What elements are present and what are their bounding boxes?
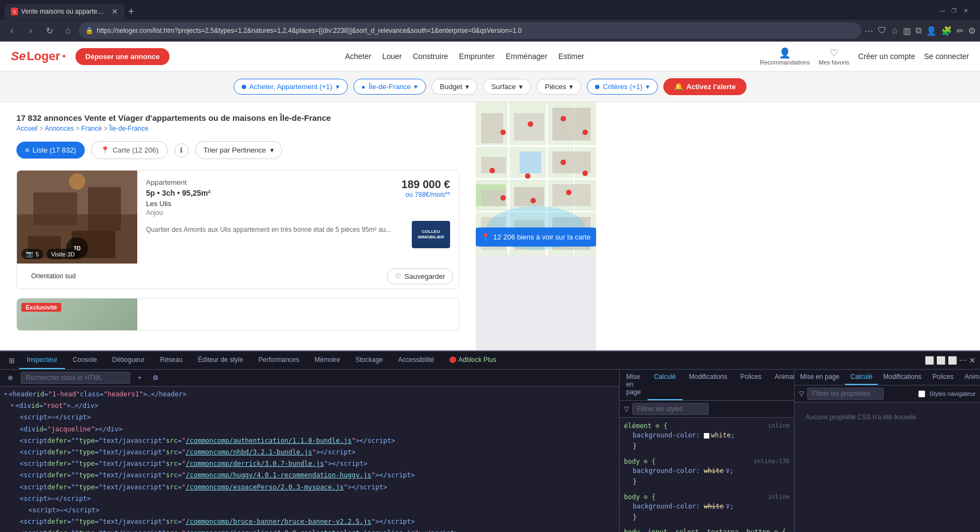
html-line[interactable]: <script>=</script> bbox=[2, 505, 617, 516]
save-btn[interactable]: ♡ Sauvegarder bbox=[387, 268, 453, 284]
new-tab-btn[interactable]: + bbox=[128, 5, 135, 18]
reload-btn[interactable]: ↻ bbox=[42, 23, 57, 38]
nav-acheter[interactable]: Acheter bbox=[345, 52, 371, 61]
breadcrumb-idf[interactable]: Île-de-France bbox=[109, 125, 148, 132]
listing-right: 189 000 € ou 788€/mois** bbox=[401, 178, 450, 198]
extensions-btn[interactable]: ⋯ bbox=[865, 26, 873, 36]
maximize-btn[interactable]: ❐ bbox=[952, 8, 959, 15]
mise-en-page-tab[interactable]: Mise en page bbox=[620, 370, 648, 400]
address-bar[interactable]: 🔒 https://seloger.com/list.htm?projects=… bbox=[79, 22, 861, 39]
dock-bottom-btn[interactable]: ⬜ bbox=[936, 356, 946, 365]
breadcrumb-france[interactable]: France bbox=[81, 125, 102, 132]
devtools-tab-editeur[interactable]: Éditeur de style bbox=[190, 352, 251, 369]
pick-element-btn[interactable]: ⊕ bbox=[4, 373, 16, 383]
computed-search-input[interactable] bbox=[807, 388, 884, 400]
shield-icon[interactable]: 🛡 bbox=[878, 26, 886, 36]
deposit-announcement-btn[interactable]: Déposer une annonce bbox=[75, 48, 170, 65]
html-line[interactable]: <script defer="" type="text/javascript" … bbox=[2, 516, 617, 528]
html-line[interactable]: <script defer="" type="text/javascript" … bbox=[2, 458, 617, 470]
devtools-tab-reseau[interactable]: Réseau bbox=[152, 352, 190, 369]
active-tab[interactable]: S Vente maisons ou appartemen... ✕ bbox=[4, 4, 125, 19]
toggle-icon[interactable]: ▸ bbox=[11, 401, 14, 410]
computed-calcule-tab[interactable]: Calculé bbox=[845, 370, 878, 385]
settings-icon[interactable]: ⚙ bbox=[968, 26, 976, 36]
devtools-tab-accessibilite[interactable]: Accessibilité bbox=[390, 352, 442, 369]
html-line[interactable]: ▸ <header id="1-head" class="headers1">…… bbox=[2, 389, 617, 400]
info-btn[interactable]: ℹ bbox=[174, 143, 189, 157]
html-line[interactable]: <script>=</script> bbox=[2, 412, 617, 423]
nav-construire[interactable]: Construire bbox=[413, 52, 448, 61]
modifications-tab[interactable]: Modifications bbox=[682, 370, 734, 400]
devtools-close-btn[interactable]: ✕ bbox=[969, 356, 976, 365]
toggle-icon[interactable]: ▸ bbox=[4, 389, 8, 398]
forward-btn[interactable]: › bbox=[23, 23, 38, 38]
breadcrumb-accueil[interactable]: Accueil bbox=[16, 125, 38, 132]
html-line[interactable]: <script defer="" type="text/javascript" … bbox=[2, 447, 617, 458]
devtools-tab-memoire[interactable]: Mémoire bbox=[307, 352, 348, 369]
styles-search-input[interactable] bbox=[632, 403, 709, 415]
devtools-tab-debugger[interactable]: Débogueur bbox=[104, 352, 152, 369]
styles-navigateur-checkbox[interactable] bbox=[918, 390, 925, 397]
svg-rect-19 bbox=[552, 108, 591, 141]
close-btn[interactable]: ✕ bbox=[964, 8, 971, 15]
surface-filter-btn[interactable]: Surface ▾ bbox=[483, 79, 531, 95]
devtools-more-btn[interactable]: ⋯ bbox=[959, 356, 967, 365]
more-tools-icon[interactable]: ✏ bbox=[956, 26, 964, 36]
back-btn[interactable]: ‹ bbox=[4, 23, 20, 38]
activate-alert-btn[interactable]: 🔔 Activez l'alerte bbox=[663, 78, 747, 95]
computed-animations-tab[interactable]: Animations bbox=[959, 370, 980, 385]
map-overlay-btn[interactable]: 📍 12 206 biens à voir sur la carte bbox=[476, 227, 596, 247]
exclusivite-badge: Exclusivité bbox=[21, 303, 61, 312]
html-search-input[interactable] bbox=[21, 372, 130, 384]
devtools-tab-inspecteur[interactable]: Inspecteur bbox=[19, 352, 65, 369]
tab-close-btn[interactable]: ✕ bbox=[112, 7, 118, 16]
html-filter-btn[interactable]: ⚙ bbox=[149, 373, 162, 383]
star-btn[interactable]: ☆ bbox=[891, 26, 899, 36]
dock-left-btn[interactable]: ⬜ bbox=[925, 356, 934, 365]
polices-tab[interactable]: Polices bbox=[734, 370, 768, 400]
html-line[interactable]: ▸ <div id="root">…</div> bbox=[2, 400, 617, 412]
recommendations-btn[interactable]: 👤 Recommandations bbox=[760, 47, 810, 66]
html-line[interactable]: <script defer="" type="text/javascript" … bbox=[2, 470, 617, 481]
map-pin-icon: 📍 bbox=[101, 146, 109, 154]
html-search-btn[interactable]: + bbox=[135, 373, 145, 383]
map-view-btn[interactable]: 📍 Carte (12 206) bbox=[91, 141, 168, 159]
criteria-filter-btn[interactable]: Critères (+1) ▾ bbox=[587, 79, 658, 95]
html-line[interactable]: <script defer="" type="text/javascript" … bbox=[2, 528, 617, 532]
nav-emmenager[interactable]: Emménager bbox=[506, 52, 547, 61]
html-line[interactable]: <div id="jacqueline"></div> bbox=[2, 424, 617, 435]
html-line[interactable]: <script defer="" type="text/javascript" … bbox=[2, 482, 617, 493]
html-line[interactable]: <script defer="" type="text/javascript" … bbox=[2, 435, 617, 447]
devtools-tab-stockage[interactable]: Stockage bbox=[348, 352, 390, 369]
devtools-tab-btn[interactable]: ⊞ bbox=[4, 352, 19, 369]
computed-modifications-tab[interactable]: Modifications bbox=[878, 370, 927, 385]
sort-btn[interactable]: Trier par Pertinence ▾ bbox=[195, 141, 282, 159]
html-line[interactable]: <script>=</script> bbox=[2, 493, 617, 505]
nav-estimer[interactable]: Estimer bbox=[558, 52, 584, 61]
dock-right-btn[interactable]: ⬜ bbox=[948, 356, 957, 365]
nav-louer[interactable]: Louer bbox=[382, 52, 402, 61]
favorites-btn[interactable]: ♡ Mes favoris bbox=[819, 47, 849, 66]
list-view-btn[interactable]: ≡ Liste (17 832) bbox=[16, 142, 85, 159]
project-filter-btn[interactable]: Acheter, Appartement (+1) ▾ bbox=[234, 79, 348, 95]
devtools-tab-console[interactable]: Console bbox=[65, 352, 104, 369]
home-btn[interactable]: ⌂ bbox=[60, 23, 75, 38]
create-account-btn[interactable]: Créer un compte bbox=[858, 52, 915, 61]
logo[interactable]: SeLoger✦ bbox=[11, 49, 67, 63]
puzzle-icon[interactable]: 🧩 bbox=[941, 26, 952, 36]
map-container[interactable]: 📍 12 206 biens à voir sur la carte bbox=[476, 102, 596, 255]
location-filter-btn[interactable]: ● Île-de-France ▾ bbox=[353, 79, 427, 95]
computed-polices-tab[interactable]: Polices bbox=[927, 370, 959, 385]
budget-filter-btn[interactable]: Budget ▾ bbox=[431, 79, 477, 95]
calcule-tab[interactable]: Calculé bbox=[648, 370, 682, 400]
breadcrumb-annonces[interactable]: Annonces bbox=[45, 125, 74, 132]
minimize-btn[interactable]: — bbox=[940, 8, 947, 15]
pieces-filter-btn[interactable]: Pièces ▾ bbox=[536, 79, 581, 95]
nav-emprunter[interactable]: Emprunter bbox=[459, 52, 494, 61]
computed-mise-en-page-tab[interactable]: Mise en page bbox=[795, 370, 845, 385]
visite3d-badge[interactable]: Visite 3D bbox=[46, 249, 79, 259]
devtools-tab-performances[interactable]: Performances bbox=[251, 352, 307, 369]
devtools-tab-adblock[interactable]: Adblock Plus bbox=[442, 352, 504, 369]
sign-in-btn[interactable]: Se connecter bbox=[924, 52, 970, 61]
profile-icon[interactable]: 👤 bbox=[926, 26, 937, 36]
